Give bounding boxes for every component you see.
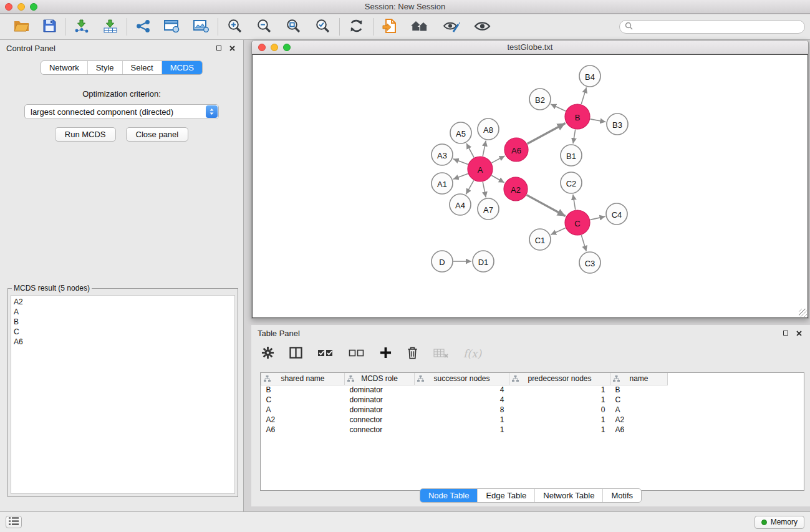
graph-node-C1[interactable]: C1 xyxy=(529,229,551,250)
graph-edge-B-B2[interactable] xyxy=(551,104,566,111)
graph-node-D[interactable]: D xyxy=(432,251,453,272)
graph-node-A3[interactable]: A3 xyxy=(432,144,453,165)
graph-node-A4[interactable]: A4 xyxy=(450,194,471,215)
resize-grip[interactable] xyxy=(799,309,807,317)
graph-node-A5[interactable]: A5 xyxy=(450,122,471,143)
column-header-MCDS-role[interactable]: MCDS role xyxy=(345,373,415,385)
graph-edge-C-C3[interactable] xyxy=(581,235,586,251)
zoom-window-button[interactable] xyxy=(30,3,37,11)
table-row[interactable]: Cdominator41C xyxy=(261,395,804,405)
column-header-name[interactable]: name xyxy=(610,373,668,385)
column-header-successor-nodes[interactable]: successor nodes xyxy=(415,373,509,385)
table-cell[interactable]: 8 xyxy=(415,405,509,415)
close-panel-action-button[interactable]: Close panel xyxy=(126,127,189,142)
tab-style[interactable]: Style xyxy=(87,61,122,74)
graph-node-B4[interactable]: B4 xyxy=(579,65,600,87)
table-cell[interactable]: dominator xyxy=(345,405,415,415)
graph-edge-A-A4[interactable] xyxy=(466,180,473,194)
graph-node-A1[interactable]: A1 xyxy=(432,173,453,194)
close-table-panel-button[interactable] xyxy=(794,329,804,338)
memory-button[interactable]: Memory xyxy=(755,516,804,529)
float-panel-button[interactable] xyxy=(214,44,223,53)
table-cell[interactable]: connector xyxy=(345,415,415,425)
table-cell[interactable]: connector xyxy=(345,425,415,435)
function-builder-button[interactable]: f(x) xyxy=(463,347,481,360)
network-view-button[interactable] xyxy=(163,19,180,36)
graph-node-C4[interactable]: C4 xyxy=(606,203,627,225)
delete-table-button[interactable] xyxy=(433,347,448,360)
table-cell[interactable]: B xyxy=(610,385,668,395)
table-cell[interactable]: dominator xyxy=(345,395,415,405)
mcds-result-item[interactable]: A xyxy=(14,307,232,317)
network-close-button[interactable] xyxy=(258,44,266,51)
graph-edge-A2-C[interactable] xyxy=(527,195,566,216)
open-session-button[interactable] xyxy=(13,19,30,35)
graph-node-B1[interactable]: B1 xyxy=(561,145,582,166)
graph-edge-A-A6[interactable] xyxy=(492,156,505,163)
mcds-result-item[interactable]: B xyxy=(14,317,232,327)
table-cell[interactable]: A2 xyxy=(261,415,345,425)
table-tab-edge-table[interactable]: Edge Table xyxy=(477,489,534,502)
table-row[interactable]: A6connector11A6 xyxy=(261,425,804,435)
search-field[interactable] xyxy=(619,20,805,34)
zoom-fit-button[interactable] xyxy=(285,18,302,36)
graph-node-A2[interactable]: A2 xyxy=(504,177,528,201)
graph-edge-A-A7[interactable] xyxy=(483,182,486,198)
graph-node-A8[interactable]: A8 xyxy=(478,118,499,140)
task-history-button[interactable] xyxy=(6,516,22,528)
home-button[interactable] xyxy=(410,18,430,36)
network-zoom-button[interactable] xyxy=(283,44,291,51)
import-table-button[interactable] xyxy=(102,19,118,36)
select-all-columns-button[interactable] xyxy=(317,347,334,360)
graph-edge-A-A8[interactable] xyxy=(483,141,486,157)
tab-mcds[interactable]: MCDS xyxy=(162,61,202,74)
graph-edge-A-A1[interactable] xyxy=(453,173,468,179)
graph-node-C[interactable]: C xyxy=(565,210,590,235)
table-cell[interactable]: 1 xyxy=(415,415,509,425)
table-mode-button[interactable] xyxy=(261,346,274,361)
zoom-in-button[interactable] xyxy=(226,18,243,36)
refresh-view-button[interactable] xyxy=(348,18,365,36)
table-tab-node-table[interactable]: Node Table xyxy=(420,489,478,502)
graph-edge-B-B4[interactable] xyxy=(581,87,586,104)
graph-edge-A6-B[interactable] xyxy=(528,123,566,144)
table-tab-network-table[interactable]: Network Table xyxy=(534,489,602,502)
table-cell[interactable]: A6 xyxy=(610,425,668,435)
graph-node-B[interactable]: B xyxy=(565,104,590,129)
table-cell[interactable]: 1 xyxy=(509,425,610,435)
table-row[interactable]: Adominator80A xyxy=(261,405,804,415)
network-canvas[interactable]: B4B2BB3A5A8A6A3B1AC2A1A2A4A7C4CC1DD1C3 xyxy=(252,54,808,318)
graph-edge-C-C4[interactable] xyxy=(591,216,605,220)
graph-edge-B-B3[interactable] xyxy=(591,119,606,122)
search-input[interactable] xyxy=(636,22,799,31)
mcds-result-item[interactable]: A2 xyxy=(14,297,232,307)
table-cell[interactable]: 0 xyxy=(509,405,610,415)
network-minimize-button[interactable] xyxy=(271,44,278,51)
table-tab-motifs[interactable]: Motifs xyxy=(602,489,641,502)
table-cell[interactable]: B xyxy=(261,385,345,395)
show-graphics-details-button[interactable] xyxy=(473,19,491,36)
delete-columns-button[interactable] xyxy=(407,346,418,361)
node-table[interactable]: shared nameMCDS rolesuccessor nodesprede… xyxy=(260,372,804,491)
table-cell[interactable]: dominator xyxy=(345,385,415,395)
network-window-titlebar[interactable]: testGlobe.txt xyxy=(252,41,808,54)
mcds-result-item[interactable]: C xyxy=(14,327,232,337)
graph-edge-A-A2[interactable] xyxy=(491,175,504,182)
graph-node-D1[interactable]: D1 xyxy=(473,251,494,272)
table-cell[interactable]: A6 xyxy=(261,425,345,435)
run-mcds-button[interactable]: Run MCDS xyxy=(55,127,116,142)
column-header-shared-name[interactable]: shared name xyxy=(261,373,345,385)
graph-node-A[interactable]: A xyxy=(468,157,493,181)
create-column-button[interactable] xyxy=(380,347,392,360)
graph-node-B2[interactable]: B2 xyxy=(529,89,551,110)
new-network-button[interactable] xyxy=(135,19,151,36)
table-cell[interactable]: 1 xyxy=(509,395,610,405)
zoom-out-button[interactable] xyxy=(256,18,272,36)
save-session-button[interactable] xyxy=(42,19,57,35)
tab-network[interactable]: Network xyxy=(41,61,87,74)
table-cell[interactable]: C xyxy=(610,395,668,405)
table-cell[interactable]: C xyxy=(261,395,345,405)
mcds-result-item[interactable]: A6 xyxy=(14,337,232,347)
graph-edge-B-B1[interactable] xyxy=(573,130,576,144)
table-cell[interactable]: 1 xyxy=(509,385,610,395)
